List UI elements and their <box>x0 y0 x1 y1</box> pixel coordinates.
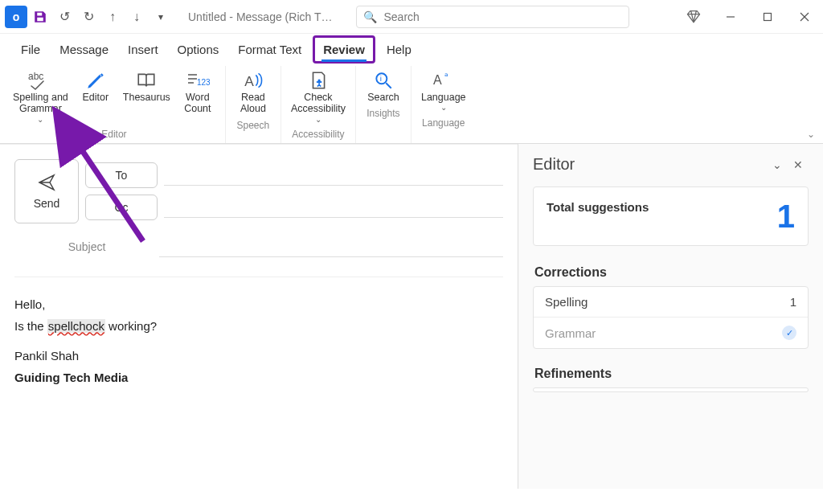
total-suggestions-count: 1 <box>777 200 795 232</box>
svg-text:A: A <box>433 73 442 87</box>
tab-format-text[interactable]: Format Text <box>230 38 309 61</box>
group-accessibility-label: Accessibility <box>292 127 344 143</box>
spelling-label: Spelling <box>545 295 588 309</box>
corrections-header: Corrections <box>534 265 809 280</box>
body-line: Pankil Shah <box>14 345 503 367</box>
svg-text:abc: abc <box>28 71 43 82</box>
body-line: Is the spellchock working? <box>14 315 503 337</box>
svg-text:123: 123 <box>197 78 210 87</box>
undo-button[interactable]: ↺ <box>53 6 76 28</box>
svg-rect-1 <box>764 13 772 20</box>
spelling-grammar-label: Spelling and Grammar <box>13 92 68 115</box>
tab-insert[interactable]: Insert <box>120 38 166 61</box>
svg-line-12 <box>386 83 391 88</box>
spelling-check-icon: abc <box>27 69 54 92</box>
qat-more-icon[interactable]: ▾ <box>149 6 172 28</box>
refinements-header: Refinements <box>534 367 809 381</box>
wordcount-icon: 123 <box>186 69 210 92</box>
tab-review[interactable]: Review <box>313 35 375 64</box>
check-accessibility-button[interactable]: Check Accessibility ⌄ <box>286 66 350 127</box>
read-aloud-button[interactable]: A Read Aloud <box>231 66 276 118</box>
smart-lookup-icon: i <box>373 69 394 92</box>
svg-text:i: i <box>380 74 382 83</box>
accessibility-icon <box>308 69 329 92</box>
grammar-label: Grammar <box>545 326 596 340</box>
editor-button[interactable]: Editor <box>73 66 118 127</box>
chevron-down-icon: ⌄ <box>440 103 447 113</box>
word-count-button[interactable]: 123 Word Count <box>175 66 220 127</box>
total-suggestions-label: Total suggestions <box>547 200 649 214</box>
thesaurus-label: Thesaurus <box>123 92 170 103</box>
group-language-label: Language <box>422 116 465 132</box>
editor-label: Editor <box>82 92 109 103</box>
tab-file[interactable]: File <box>13 38 48 61</box>
misspelled-word[interactable]: spellchock <box>47 319 105 333</box>
to-button[interactable]: To <box>85 162 158 188</box>
editor-close-icon[interactable]: ✕ <box>788 158 809 171</box>
save-button[interactable] <box>29 6 51 28</box>
tab-help[interactable]: Help <box>379 38 420 61</box>
body-line: Hello, <box>14 293 503 315</box>
outlook-app-icon: o <box>5 6 27 28</box>
thesaurus-button[interactable]: Thesaurus <box>118 66 175 127</box>
editor-pane-title: Editor <box>533 155 575 174</box>
premium-diamond-icon[interactable] <box>675 9 712 25</box>
search-icon: 🔍 <box>363 10 377 23</box>
maximize-button[interactable] <box>749 0 786 34</box>
pen-icon <box>85 69 106 92</box>
send-label: Send <box>34 197 60 210</box>
spelling-row[interactable]: Spelling 1 <box>534 287 808 317</box>
check-accessibility-label: Check Accessibility <box>291 92 346 115</box>
spelling-grammar-button[interactable]: abc Spelling and Grammar ⌄ <box>8 66 73 127</box>
body-text: Is the <box>14 319 47 333</box>
svg-text:ᵃ: ᵃ <box>444 71 448 82</box>
send-icon <box>37 173 56 192</box>
chevron-down-icon: ⌄ <box>315 115 321 125</box>
book-icon <box>136 69 157 92</box>
language-icon: Aᵃ <box>432 69 456 92</box>
language-button[interactable]: Aᵃ Language ⌄ <box>416 66 471 116</box>
window-title: Untitled - Message (Rich T… <box>188 10 332 23</box>
close-button[interactable] <box>786 0 823 34</box>
subject-label: Subject <box>14 240 159 253</box>
grammar-check-icon: ✓ <box>782 326 796 340</box>
body-text: working? <box>105 319 157 333</box>
read-aloud-icon: A <box>243 69 264 92</box>
to-field[interactable] <box>164 165 503 186</box>
body-line: Guiding Tech Media <box>14 367 503 388</box>
cc-button[interactable]: Cc <box>85 195 158 220</box>
word-count-label: Word Count <box>184 92 211 115</box>
tab-options[interactable]: Options <box>170 38 227 61</box>
group-insights-label: Insights <box>366 106 399 122</box>
chevron-down-icon: ⌄ <box>37 115 43 125</box>
send-button[interactable]: Send <box>14 159 79 223</box>
message-body[interactable]: Hello, Is the spellchock working? Pankil… <box>14 277 503 388</box>
redo-button[interactable]: ↻ <box>77 6 100 28</box>
grammar-row[interactable]: Grammar ✓ <box>534 317 808 348</box>
editor-collapse-icon[interactable]: ⌄ <box>767 158 788 171</box>
group-editor-label: Editor <box>101 127 126 143</box>
cc-field[interactable] <box>164 197 503 218</box>
group-speech-label: Speech <box>237 118 270 134</box>
svg-text:A: A <box>244 73 254 89</box>
search-box[interactable]: 🔍 Search <box>356 6 629 28</box>
spelling-count: 1 <box>790 295 796 309</box>
minimize-button[interactable] <box>712 0 749 34</box>
total-suggestions-card[interactable]: Total suggestions 1 <box>533 186 809 246</box>
read-aloud-label: Read Aloud <box>240 92 266 115</box>
qat-down-icon[interactable]: ↓ <box>125 6 148 28</box>
subject-field[interactable] <box>159 236 503 257</box>
search-placeholder: Search <box>383 10 419 23</box>
tab-message[interactable]: Message <box>51 38 117 61</box>
language-label: Language <box>421 92 466 103</box>
smart-lookup-button[interactable]: i Search <box>361 66 406 106</box>
qat-up-icon[interactable]: ↑ <box>101 6 124 28</box>
editor-pane: Editor ⌄ ✕ Total suggestions 1 Correctio… <box>518 144 823 489</box>
smart-lookup-label: Search <box>367 92 399 103</box>
collapse-ribbon-icon[interactable]: ⌄ <box>807 129 815 140</box>
